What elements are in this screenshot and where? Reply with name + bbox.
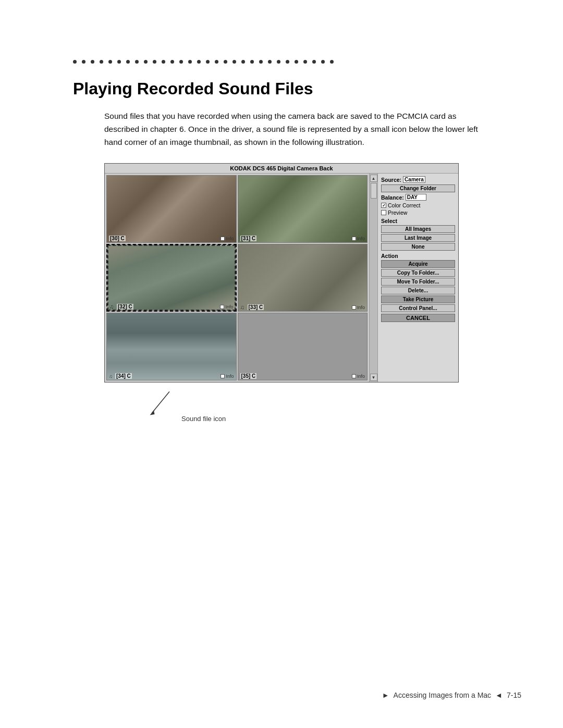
copy-to-folder-button[interactable]: Copy To Folder...	[381, 269, 455, 277]
scroll-down-arrow[interactable]: ▼	[370, 374, 377, 381]
source-dropdown[interactable]: Camera	[403, 176, 425, 183]
sound-icon-32: ♫	[109, 303, 114, 310]
sound-icon-34: ♫	[109, 374, 113, 379]
caption-text: Sound file icon	[181, 415, 226, 423]
sound-icon-33: ♫	[240, 304, 244, 310]
caption-arrow-svg	[146, 388, 177, 419]
thumb-checkbox-33[interactable]	[352, 305, 356, 310]
take-picture-button[interactable]: Take Picture	[381, 295, 455, 303]
screenshot-body: [30] C Info [31] C Info	[105, 174, 458, 382]
thumb-info-31: Info	[352, 236, 365, 241]
balance-label: Balance:	[381, 194, 404, 201]
balance-row: Balance: DAY	[381, 194, 455, 201]
caption-area: Sound file icon	[104, 388, 521, 429]
change-folder-button[interactable]: Change Folder	[381, 184, 455, 192]
thumbnail-35[interactable]: [35] C Info	[238, 313, 368, 380]
thumb-label-35: [35] C	[240, 373, 257, 379]
acquire-button[interactable]: Acquire	[381, 260, 455, 268]
footer-arrow-left: ◄	[495, 691, 503, 699]
color-correct-row[interactable]: ✓ Color Correct	[381, 202, 455, 208]
source-row: Source: Camera	[381, 176, 455, 183]
thumbnail-34[interactable]: ♫ [34] C Info	[106, 313, 237, 380]
body-text: Sound files that you have recorded when …	[104, 110, 490, 149]
screenshot-box: KODAK DCS 465 Digital Camera Back [30] C…	[104, 163, 459, 382]
thumb-label-32: [32] C	[117, 304, 133, 310]
cancel-button[interactable]: CANCEL	[381, 314, 455, 322]
footer-page-num: 7-15	[507, 691, 521, 699]
thumb-label-33: [33] C	[248, 304, 264, 310]
thumb-info-32: Info	[220, 304, 233, 310]
page-container: Playing Recorded Sound Files Sound files…	[0, 0, 563, 728]
page-title: Playing Recorded Sound Files	[73, 79, 521, 98]
scroll-up-arrow[interactable]: ▲	[370, 175, 377, 182]
preview-checkbox[interactable]	[381, 210, 386, 215]
select-title: Select	[381, 218, 455, 224]
thumbnail-32[interactable]: ♫ [32] C Info	[106, 244, 237, 312]
thumb-checkbox-31[interactable]	[352, 237, 356, 241]
footer-label: Accessing Images from a Mac	[394, 691, 492, 699]
thumb-label-34: [34] C	[115, 373, 132, 379]
illustration-container: KODAK DCS 465 Digital Camera Back [30] C…	[104, 163, 490, 382]
thumb-label-30: [30] C	[109, 236, 126, 241]
control-panel-button[interactable]: Control Panel...	[381, 304, 455, 312]
thumbnails-area: [30] C Info [31] C Info	[105, 174, 369, 382]
thumb-info-30: Info	[221, 236, 234, 241]
all-images-button[interactable]: All Images	[381, 225, 455, 233]
thumb-info-35: Info	[352, 374, 365, 379]
thumb-info-33: Info	[352, 305, 365, 310]
footer-nav: ► Accessing Images from a Mac ◄ 7-15	[382, 691, 521, 699]
right-panel: Source: Camera Change Folder Balance: DA…	[377, 174, 458, 382]
thumbnail-33[interactable]: ♫ [33] C Info	[238, 244, 368, 312]
thumb-label-31: [31] C	[240, 236, 257, 241]
source-label: Source:	[381, 177, 401, 183]
thumb-checkbox-30[interactable]	[221, 237, 225, 241]
thumb-info-34: Info	[221, 374, 234, 379]
preview-label: Preview	[388, 209, 407, 216]
svg-line-0	[152, 392, 169, 413]
svg-marker-1	[150, 411, 155, 415]
thumbnail-30[interactable]: [30] C Info	[106, 175, 237, 243]
preview-row[interactable]: Preview	[381, 209, 455, 216]
action-title: Action	[381, 253, 455, 259]
none-button[interactable]: None	[381, 243, 455, 251]
footer-arrow-right: ►	[382, 691, 389, 699]
thumbnail-31[interactable]: [31] C Info	[238, 175, 368, 243]
screenshot-titlebar: KODAK DCS 465 Digital Camera Back	[105, 164, 458, 174]
last-image-button[interactable]: Last Image	[381, 234, 455, 242]
thumb-checkbox-35[interactable]	[352, 374, 356, 378]
move-to-folder-button[interactable]: Move To Folder...	[381, 278, 455, 286]
delete-button[interactable]: Delete...	[381, 287, 455, 294]
thumb-checkbox-34[interactable]	[221, 374, 225, 378]
color-correct-checkbox[interactable]: ✓	[381, 203, 386, 208]
color-correct-label: Color Correct	[388, 202, 420, 208]
scrollbar[interactable]: ▲ ▼	[369, 174, 377, 382]
thumb-checkbox-32[interactable]	[220, 305, 224, 309]
balance-dropdown[interactable]: DAY	[406, 194, 426, 201]
decorative-dots	[73, 60, 521, 64]
scroll-thumb[interactable]	[371, 183, 377, 199]
